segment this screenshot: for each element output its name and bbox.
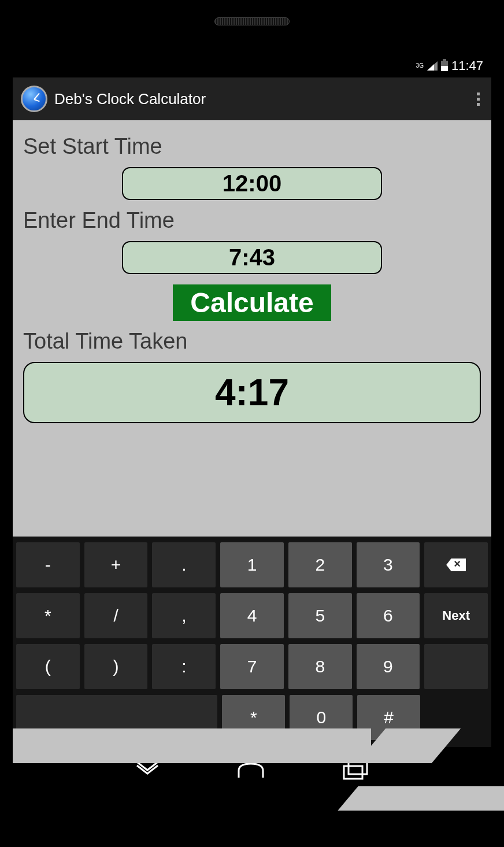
key-0[interactable]: 0 [290,695,353,740]
screen: 3G 11:47 Deb's Clock Calculator Set Star… [13,54,491,794]
app-title-bar: Deb's Clock Calculator [13,77,491,120]
status-bar: 3G 11:47 [13,54,491,77]
key-star2[interactable]: * [222,695,285,740]
svg-rect-0 [344,766,362,779]
key-9[interactable]: 9 [357,644,420,689]
key-space[interactable] [16,695,217,740]
start-time-label: Set Start Time [23,134,481,159]
calculate-button[interactable]: Calculate [173,284,331,321]
key-rparen[interactable]: ) [84,644,148,689]
device-frame: 3G 11:47 Deb's Clock Calculator Set Star… [0,0,504,847]
key-7[interactable]: 7 [220,644,284,689]
app-title: Deb's Clock Calculator [54,90,206,108]
key-5[interactable]: 5 [288,593,352,638]
key-minus[interactable]: - [16,542,80,587]
key-backspace[interactable] [424,542,488,587]
key-2[interactable]: 2 [288,542,352,587]
key-star[interactable]: * [16,593,80,638]
key-slash[interactable]: / [84,593,148,638]
signal-icon [427,61,438,71]
nav-back-button[interactable] [135,761,160,781]
end-time-input[interactable]: 7:43 [122,241,382,274]
key-3[interactable]: 3 [357,542,420,587]
nav-home-button[interactable] [235,760,266,781]
overflow-menu-button[interactable] [473,89,483,109]
key-colon[interactable]: : [152,644,216,689]
network-type-label: 3G [416,63,424,69]
backspace-icon [446,558,466,571]
svg-rect-1 [349,761,367,774]
key-next[interactable]: Next [424,593,488,638]
key-1[interactable]: 1 [220,542,284,587]
status-clock: 11:47 [451,58,483,73]
key-lparen[interactable]: ( [16,644,80,689]
device-speaker [214,17,290,25]
key-dot[interactable]: . [152,542,216,587]
key-blank-right[interactable] [424,644,488,689]
total-time-output: 4:17 [23,362,481,423]
key-comma[interactable]: , [152,593,216,638]
nav-recent-button[interactable] [342,759,369,782]
key-plus[interactable]: + [84,542,148,587]
end-time-label: Enter End Time [23,208,481,233]
numeric-keyboard: - + . 1 2 3 * / , 4 5 6 Next ( ) : [13,537,491,747]
app-clock-icon [21,86,47,112]
total-time-label: Total Time Taken [23,329,481,354]
start-time-input[interactable]: 12:00 [122,167,382,200]
system-nav-bar [13,747,491,794]
key-6[interactable]: 6 [357,593,420,638]
main-content: Set Start Time 12:00 Enter End Time 7:43… [13,120,491,537]
key-8[interactable]: 8 [288,644,352,689]
key-hash[interactable]: # [357,695,420,740]
battery-icon [441,61,448,71]
key-4[interactable]: 4 [220,593,284,638]
